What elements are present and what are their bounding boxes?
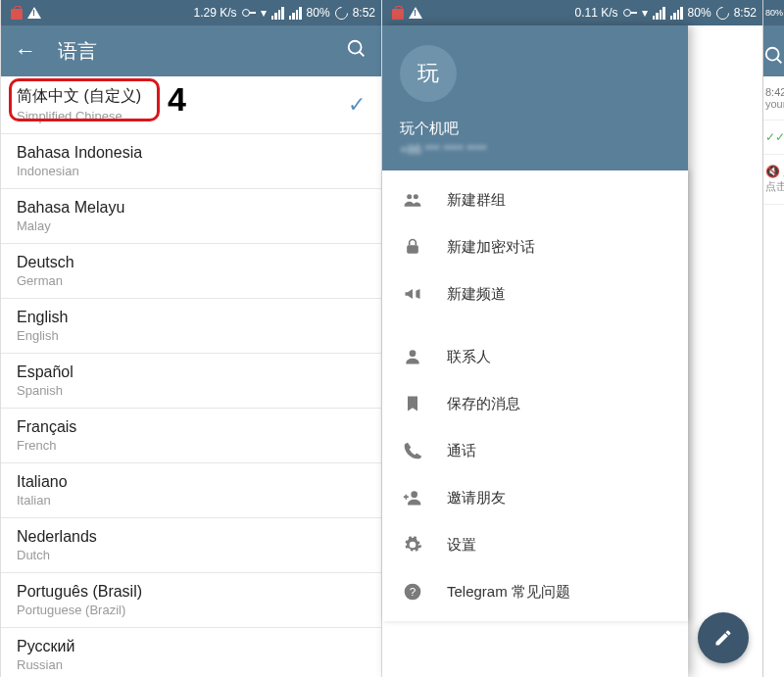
chat-preview: 点击上… [765, 180, 784, 192]
group-icon [402, 190, 423, 210]
language-sub: German [17, 273, 74, 288]
svg-line-10 [776, 59, 781, 64]
drawer-item-gear[interactable]: 设置 [382, 521, 688, 568]
svg-line-1 [360, 52, 365, 57]
language-list[interactable]: 简体中文 (自定义) Simplified Chinese ✓ Bahasa I… [1, 76, 381, 677]
language-item[interactable]: Bahasa Indonesia Indonesian [1, 134, 381, 189]
drawer-item-help[interactable]: ? Telegram 常见问题 [382, 568, 688, 615]
signal-icon-2 [289, 7, 302, 20]
language-name: Español [17, 363, 74, 381]
bookmark-icon [402, 394, 423, 413]
person-icon [402, 347, 423, 366]
data-saver-icon [335, 7, 348, 20]
drawer-item-bookmark[interactable]: 保存的消息 [382, 380, 688, 427]
profile-phone: +86 *** **** **** [400, 142, 670, 157]
wifi-icon: ▾ [261, 6, 267, 20]
language-name: Nederlands [17, 528, 97, 546]
language-sub: Portuguese (Brazil) [17, 603, 142, 617]
drawer-item-label: 设置 [447, 536, 476, 555]
network-speed: 0.11 K/s [575, 6, 618, 20]
clock: 8:52 [353, 6, 375, 20]
language-name: English [17, 309, 68, 326]
screen-peek: 80% 8:42 PMyour a…✓✓ 8:27 PM🔇 周一点击上… [762, 0, 784, 677]
language-sub: Simplified Chinese [17, 109, 141, 123]
svg-point-5 [410, 350, 416, 357]
svg-point-2 [407, 194, 412, 199]
svg-point-9 [765, 48, 778, 61]
language-item[interactable]: 简体中文 (自定义) Simplified Chinese ✓ [1, 76, 381, 134]
drawer-item-label: 保存的消息 [447, 395, 520, 413]
avatar[interactable]: 玩 [400, 45, 457, 102]
svg-point-6 [411, 491, 417, 498]
help-icon: ? [402, 582, 423, 602]
language-item[interactable]: Italiano Italian [1, 463, 381, 518]
language-name: Italiano [17, 473, 68, 491]
chat-time: 8:42 PM [765, 86, 784, 98]
drawer-item-group[interactable]: 新建群组 [382, 176, 688, 223]
chat-row-peek[interactable]: 🔇 周一点击上… [763, 155, 784, 205]
language-name: 简体中文 (自定义) [17, 86, 141, 107]
drawer-item-invite[interactable]: 邀请朋友 [382, 474, 688, 521]
language-sub: English [17, 328, 68, 343]
language-name: Português (Brasil) [17, 583, 142, 601]
signal-icon-2 [670, 7, 683, 20]
svg-rect-4 [407, 245, 418, 253]
vpn-key-icon [242, 9, 256, 17]
language-item[interactable]: Русский Russian [1, 628, 381, 677]
drawer-item-megaphone[interactable]: 新建频道 [382, 270, 688, 317]
drawer-item-lock[interactable]: 新建加密对话 [382, 223, 688, 270]
screen-drawer: 0.11 K/s ▾ 80% 8:52 玩 玩个机吧 +86 *** **** … [381, 0, 762, 677]
bag-icon [11, 6, 23, 20]
chat-preview: your a… [765, 98, 784, 110]
check-icon: ✓ [348, 92, 366, 118]
chat-row-peek[interactable]: 8:42 PMyour a… [763, 76, 784, 121]
chat-row-peek[interactable]: ✓✓ 8:27 PM [763, 121, 784, 155]
wifi-icon: ▾ [642, 6, 648, 20]
warning-icon [27, 7, 41, 19]
language-sub: Malay [17, 218, 124, 233]
language-name: Deutsch [17, 254, 74, 271]
drawer-header: 玩 玩个机吧 +86 *** **** **** [382, 25, 688, 170]
profile-name: 玩个机吧 [400, 120, 670, 138]
battery-percent: 80% [688, 6, 711, 20]
language-sub: Russian [17, 657, 74, 672]
language-sub: Italian [17, 493, 68, 508]
svg-point-0 [349, 41, 362, 54]
language-sub: Dutch [17, 548, 97, 562]
language-item[interactable]: Português (Brasil) Portuguese (Brazil) [1, 573, 381, 628]
drawer-item-label: Telegram 常见问题 [447, 583, 570, 602]
language-item[interactable]: Deutsch German [1, 244, 381, 299]
data-saver-icon [716, 7, 729, 20]
vpn-key-icon [623, 9, 637, 17]
language-item[interactable]: Français French [1, 409, 381, 463]
megaphone-icon [402, 284, 423, 304]
back-icon[interactable]: ← [15, 40, 36, 62]
battery-percent: 80% [307, 6, 330, 20]
language-name: Русский [17, 638, 74, 655]
compose-fab[interactable] [698, 612, 749, 663]
language-item[interactable]: English English [1, 299, 381, 354]
drawer-item-phone[interactable]: 通话 [382, 427, 688, 474]
drawer-item-label: 新建频道 [447, 285, 506, 304]
search-icon[interactable] [763, 45, 785, 71]
read-check-icon: ✓✓ [765, 130, 784, 144]
bag-icon [392, 6, 404, 20]
drawer-item-label: 通话 [447, 442, 476, 460]
mute-icon: 🔇 [765, 165, 780, 178]
drawer-item-label: 联系人 [447, 348, 491, 366]
svg-text:?: ? [410, 585, 416, 598]
phone-icon [402, 441, 423, 460]
drawer-item-person[interactable]: 联系人 [382, 333, 688, 380]
search-icon[interactable] [346, 38, 368, 64]
status-bar: 1.29 K/s ▾ 80% 8:52 [1, 0, 381, 25]
language-item[interactable]: Bahasa Melayu Malay [1, 189, 381, 244]
invite-icon [402, 488, 423, 508]
lock-icon [402, 237, 423, 257]
gear-icon [402, 535, 423, 555]
drawer-item-label: 新建群组 [447, 191, 506, 210]
screen-language: 1.29 K/s ▾ 80% 8:52 ← 语言 简体中文 (自定义) Simp… [0, 0, 381, 677]
language-sub: Indonesian [17, 164, 142, 178]
language-item[interactable]: Nederlands Dutch [1, 518, 381, 573]
language-item[interactable]: Español Spanish [1, 354, 381, 409]
language-sub: Spanish [17, 383, 74, 398]
